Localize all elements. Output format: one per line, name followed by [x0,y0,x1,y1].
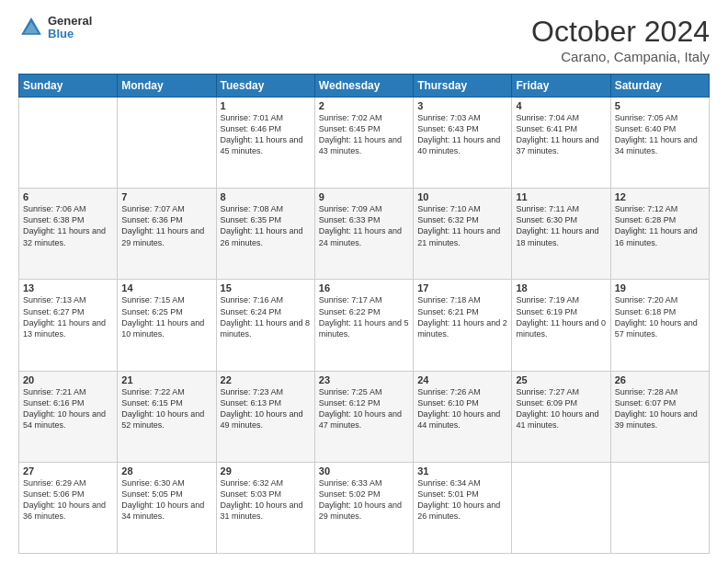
calendar-cell [19,98,118,189]
week-row-2: 6Sunrise: 7:06 AM Sunset: 6:38 PM Daylig… [19,189,710,280]
calendar-cell: 10Sunrise: 7:10 AM Sunset: 6:32 PM Dayli… [414,189,512,280]
cell-info: Sunrise: 7:03 AM Sunset: 6:43 PM Dayligh… [417,112,507,157]
title-block: October 2024 Carano, Campania, Italy [531,15,710,64]
calendar-cell: 6Sunrise: 7:06 AM Sunset: 6:38 PM Daylig… [19,189,118,280]
calendar-cell: 18Sunrise: 7:19 AM Sunset: 6:19 PM Dayli… [512,280,610,371]
calendar-cell: 21Sunrise: 7:22 AM Sunset: 6:15 PM Dayli… [118,371,216,462]
cell-info: Sunrise: 7:07 AM Sunset: 6:36 PM Dayligh… [121,203,211,248]
cell-info: Sunrise: 7:15 AM Sunset: 6:25 PM Dayligh… [121,294,211,339]
cell-day-number: 3 [417,100,507,111]
day-header-saturday: Saturday [610,75,709,98]
cell-day-number: 25 [516,374,606,385]
calendar-cell: 27Sunrise: 6:29 AM Sunset: 5:06 PM Dayli… [19,462,118,553]
cell-info: Sunrise: 7:08 AM Sunset: 6:35 PM Dayligh… [221,203,311,248]
cell-info: Sunrise: 7:13 AM Sunset: 6:27 PM Dayligh… [23,294,113,339]
calendar-cell: 12Sunrise: 7:12 AM Sunset: 6:28 PM Dayli… [610,189,709,280]
cell-day-number: 31 [417,465,507,477]
cell-info: Sunrise: 7:23 AM Sunset: 6:13 PM Dayligh… [221,386,311,431]
calendar-cell: 24Sunrise: 7:26 AM Sunset: 6:10 PM Dayli… [414,371,512,462]
cell-info: Sunrise: 6:29 AM Sunset: 5:06 PM Dayligh… [23,477,113,523]
calendar-cell [512,462,610,553]
page: General Blue October 2024 Carano, Campan… [0,0,728,563]
calendar-cell: 28Sunrise: 6:30 AM Sunset: 5:05 PM Dayli… [118,462,216,553]
cell-info: Sunrise: 7:05 AM Sunset: 6:40 PM Dayligh… [615,112,705,157]
cell-info: Sunrise: 6:30 AM Sunset: 5:05 PM Dayligh… [121,477,211,523]
cell-day-number: 10 [417,191,507,202]
cell-day-number: 18 [516,282,606,293]
week-row-4: 20Sunrise: 7:21 AM Sunset: 6:16 PM Dayli… [19,371,710,462]
calendar-cell: 14Sunrise: 7:15 AM Sunset: 6:25 PM Dayli… [118,280,216,371]
calendar-cell: 23Sunrise: 7:25 AM Sunset: 6:12 PM Dayli… [314,371,413,462]
cell-day-number: 27 [23,465,113,477]
cell-day-number: 6 [23,191,113,202]
cell-info: Sunrise: 6:33 AM Sunset: 5:02 PM Dayligh… [319,477,409,523]
day-header-monday: Monday [118,75,216,98]
calendar-cell: 25Sunrise: 7:27 AM Sunset: 6:09 PM Dayli… [512,371,610,462]
cell-info: Sunrise: 6:34 AM Sunset: 5:01 PM Dayligh… [417,477,507,523]
calendar-cell: 9Sunrise: 7:09 AM Sunset: 6:33 PM Daylig… [314,189,413,280]
cell-info: Sunrise: 7:25 AM Sunset: 6:12 PM Dayligh… [319,386,409,431]
cell-day-number: 8 [221,191,311,202]
logo-icon [18,15,44,40]
cell-day-number: 28 [121,465,211,477]
calendar-cell: 31Sunrise: 6:34 AM Sunset: 5:01 PM Dayli… [414,462,512,553]
cell-info: Sunrise: 7:01 AM Sunset: 6:46 PM Dayligh… [221,112,311,157]
cell-info: Sunrise: 7:16 AM Sunset: 6:24 PM Dayligh… [221,294,311,339]
calendar-cell: 5Sunrise: 7:05 AM Sunset: 6:40 PM Daylig… [610,98,709,189]
day-header-thursday: Thursday [414,75,512,98]
cell-day-number: 9 [319,191,409,202]
calendar-cell: 4Sunrise: 7:04 AM Sunset: 6:41 PM Daylig… [512,98,610,189]
month-title: October 2024 [531,15,710,49]
cell-info: Sunrise: 7:22 AM Sunset: 6:15 PM Dayligh… [121,386,211,431]
cell-info: Sunrise: 7:10 AM Sunset: 6:32 PM Dayligh… [417,203,507,248]
cell-day-number: 15 [221,282,311,293]
cell-info: Sunrise: 7:18 AM Sunset: 6:21 PM Dayligh… [417,294,507,339]
week-row-5: 27Sunrise: 6:29 AM Sunset: 5:06 PM Dayli… [19,462,710,553]
cell-info: Sunrise: 7:12 AM Sunset: 6:28 PM Dayligh… [615,203,705,248]
logo-text: General Blue [48,15,92,41]
calendar-body: 1Sunrise: 7:01 AM Sunset: 6:46 PM Daylig… [19,98,710,554]
cell-day-number: 7 [121,191,211,202]
calendar-cell: 19Sunrise: 7:20 AM Sunset: 6:18 PM Dayli… [610,280,709,371]
calendar-cell: 17Sunrise: 7:18 AM Sunset: 6:21 PM Dayli… [414,280,512,371]
cell-day-number: 1 [221,100,311,111]
cell-day-number: 14 [121,282,211,293]
cell-info: Sunrise: 7:17 AM Sunset: 6:22 PM Dayligh… [319,294,409,339]
cell-info: Sunrise: 7:11 AM Sunset: 6:30 PM Dayligh… [516,203,606,248]
day-header-friday: Friday [512,75,610,98]
cell-info: Sunrise: 7:26 AM Sunset: 6:10 PM Dayligh… [417,386,507,431]
cell-day-number: 22 [221,374,311,385]
week-row-3: 13Sunrise: 7:13 AM Sunset: 6:27 PM Dayli… [19,280,710,371]
week-row-1: 1Sunrise: 7:01 AM Sunset: 6:46 PM Daylig… [19,98,710,189]
day-header-wednesday: Wednesday [314,75,413,98]
cell-info: Sunrise: 7:04 AM Sunset: 6:41 PM Dayligh… [516,112,606,157]
cell-info: Sunrise: 7:19 AM Sunset: 6:19 PM Dayligh… [516,294,606,339]
cell-info: Sunrise: 7:27 AM Sunset: 6:09 PM Dayligh… [516,386,606,431]
calendar-cell: 16Sunrise: 7:17 AM Sunset: 6:22 PM Dayli… [314,280,413,371]
cell-day-number: 23 [319,374,409,385]
calendar-cell: 29Sunrise: 6:32 AM Sunset: 5:03 PM Dayli… [216,462,314,553]
logo-blue-text: Blue [48,28,92,40]
calendar-cell: 2Sunrise: 7:02 AM Sunset: 6:45 PM Daylig… [314,98,413,189]
calendar-cell [610,462,709,553]
cell-day-number: 19 [615,282,705,293]
cell-info: Sunrise: 7:20 AM Sunset: 6:18 PM Dayligh… [615,294,705,339]
cell-day-number: 30 [319,465,409,477]
cell-day-number: 21 [121,374,211,385]
calendar-cell: 11Sunrise: 7:11 AM Sunset: 6:30 PM Dayli… [512,189,610,280]
calendar-cell: 1Sunrise: 7:01 AM Sunset: 6:46 PM Daylig… [216,98,314,189]
cell-day-number: 13 [23,282,113,293]
cell-info: Sunrise: 7:21 AM Sunset: 6:16 PM Dayligh… [23,386,113,431]
header-row: SundayMondayTuesdayWednesdayThursdayFrid… [19,75,710,98]
cell-day-number: 16 [319,282,409,293]
day-header-tuesday: Tuesday [216,75,314,98]
cell-day-number: 26 [615,374,705,385]
calendar-cell: 15Sunrise: 7:16 AM Sunset: 6:24 PM Dayli… [216,280,314,371]
calendar-cell: 3Sunrise: 7:03 AM Sunset: 6:43 PM Daylig… [414,98,512,189]
calendar-cell: 20Sunrise: 7:21 AM Sunset: 6:16 PM Dayli… [19,371,118,462]
cell-day-number: 20 [23,374,113,385]
cell-day-number: 17 [417,282,507,293]
cell-info: Sunrise: 7:02 AM Sunset: 6:45 PM Dayligh… [319,112,409,157]
logo-general-text: General [48,15,92,28]
calendar-cell: 30Sunrise: 6:33 AM Sunset: 5:02 PM Dayli… [314,462,413,553]
